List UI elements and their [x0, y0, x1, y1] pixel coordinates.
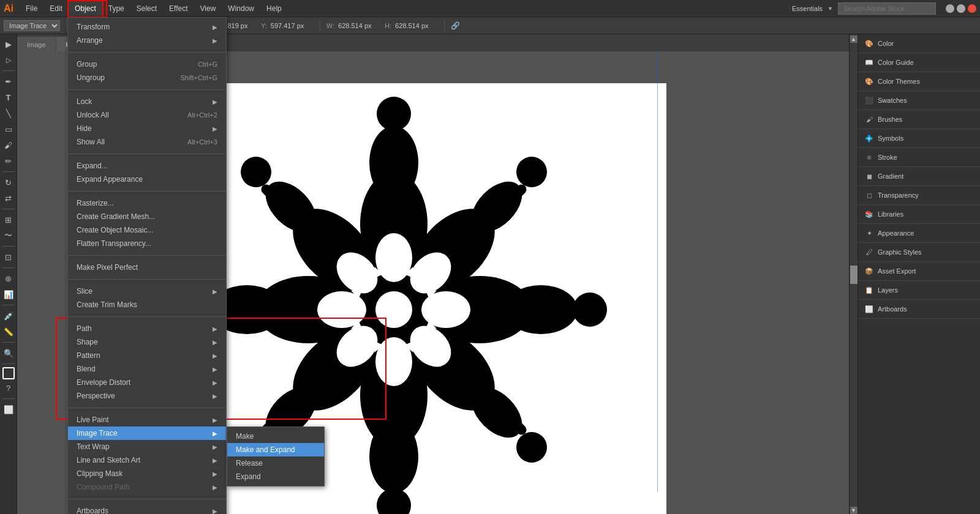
menu-compound-path[interactable]: Compound Path ▶: [68, 480, 226, 494]
submenu-make-and-expand[interactable]: Make and Expand: [227, 443, 324, 456]
menu-arrange[interactable]: Arrange ▶: [68, 34, 226, 47]
menu-type[interactable]: Type: [102, 0, 130, 17]
submenu-release[interactable]: Release: [227, 456, 324, 470]
menu-image-trace[interactable]: Image Trace ▶: [68, 426, 226, 440]
pen-tool[interactable]: ✒: [1, 74, 16, 89]
menu-expand-appearance[interactable]: Expand Appearance: [68, 173, 226, 186]
panel-stroke: ≡ Stroke: [858, 148, 980, 167]
panel-layers-header[interactable]: 📋 Layers: [858, 281, 980, 299]
color-panel-icon: 🎨: [864, 39, 874, 48]
menu-artboards[interactable]: Artboards ▶: [68, 504, 226, 514]
menu-file[interactable]: File: [20, 0, 43, 17]
brushes-icon: 🖌: [864, 114, 874, 124]
stock-search-input[interactable]: [838, 2, 936, 15]
image-trace-dropdown[interactable]: Image Trace: [4, 20, 60, 31]
menu-unlock-all[interactable]: Unlock All Alt+Ctrl+2: [68, 108, 226, 122]
free-transform-tool[interactable]: ⊡: [1, 250, 16, 264]
right-panel: 🎨 Color 📖 Color Guide 🎨 Color Themes ⬛ S…: [858, 34, 980, 514]
menu-shape[interactable]: Shape ▶: [68, 335, 226, 349]
panel-asset-export-header[interactable]: 📦 Asset Export: [858, 262, 980, 280]
panel-brushes-header[interactable]: 🖌 Brushes: [858, 110, 980, 128]
eyedropper-tool[interactable]: 💉: [1, 308, 16, 323]
panel-symbols-header[interactable]: 💠 Symbols: [858, 129, 980, 147]
warp-tool[interactable]: 〜: [1, 228, 16, 243]
panel-artboards-header[interactable]: ⬜ Artboards: [858, 300, 980, 318]
menu-window[interactable]: Window: [222, 0, 260, 17]
menu-create-trim-marks[interactable]: Create Trim Marks: [68, 298, 226, 311]
zoom-tool[interactable]: 🔍: [1, 346, 16, 360]
panel-stroke-header[interactable]: ≡ Stroke: [858, 148, 980, 166]
menu-clipping-mask[interactable]: Clipping Mask ▶: [68, 467, 226, 480]
submenu-make[interactable]: Make: [227, 430, 324, 443]
menu-bar: Ai File Edit Object Type Select Effect V…: [0, 0, 980, 17]
panel-gradient-header[interactable]: ◼ Gradient: [858, 167, 980, 185]
menu-slice[interactable]: Slice ▶: [68, 285, 226, 298]
menu-pattern[interactable]: Pattern ▶: [68, 349, 226, 362]
panel-color-themes-header[interactable]: 🎨 Color Themes: [858, 72, 980, 91]
color-guide-icon: 📖: [864, 58, 874, 67]
panel-transparency-header[interactable]: ◻ Transparency: [858, 186, 980, 204]
rectangle-tool[interactable]: ▭: [1, 122, 16, 136]
menu-expand[interactable]: Expand...: [68, 159, 226, 173]
pencil-tool[interactable]: ✏: [1, 154, 16, 168]
menu-effect[interactable]: Effect: [163, 0, 194, 17]
menu-help[interactable]: Help: [260, 0, 288, 17]
essentials-label[interactable]: Essentials: [792, 5, 823, 12]
menu-ungroup[interactable]: Ungroup Shift+Ctrl+G: [68, 71, 226, 84]
panel-brushes: 🖌 Brushes: [858, 110, 980, 129]
question-tool[interactable]: ?: [1, 381, 16, 395]
svg-point-34: [241, 157, 271, 187]
symbol-sprayer-tool[interactable]: ⊛: [1, 271, 16, 286]
menu-line-sketch-art[interactable]: Line and Sketch Art ▶: [68, 453, 226, 467]
menu-select[interactable]: Select: [130, 0, 163, 17]
canvas-scrollbar[interactable]: ▲ ▼: [849, 34, 858, 514]
direct-selection-tool[interactable]: ▷: [1, 53, 16, 67]
menu-edit[interactable]: Edit: [43, 0, 69, 17]
panel-appearance-header[interactable]: ✦ Appearance: [858, 224, 980, 242]
svg-point-26: [377, 97, 411, 131]
column-graph-tool[interactable]: 📊: [1, 287, 16, 302]
menu-create-gradient-mesh[interactable]: Create Gradient Mesh...: [68, 210, 226, 223]
panel-color-themes: 🎨 Color Themes: [858, 72, 980, 91]
panel-color-header[interactable]: 🎨 Color: [858, 34, 980, 53]
constrain-proportions-icon[interactable]: 🔗: [451, 21, 460, 30]
panel-swatches-header[interactable]: ⬛ Swatches: [858, 91, 980, 110]
maximize-button[interactable]: [957, 4, 965, 13]
menu-make-pixel-perfect[interactable]: Make Pixel Perfect: [68, 261, 226, 274]
menu-lock[interactable]: Lock ▶: [68, 95, 226, 108]
fill-color[interactable]: [2, 367, 15, 379]
scale-tool[interactable]: ⊞: [1, 212, 16, 227]
menu-live-paint[interactable]: Live Paint ▶: [68, 413, 226, 426]
menu-text-wrap[interactable]: Text Wrap ▶: [68, 440, 226, 453]
reflect-tool[interactable]: ⇄: [1, 191, 16, 206]
artboard-tool[interactable]: ⬜: [1, 402, 16, 417]
menu-envelope-distort[interactable]: Envelope Distort ▶: [68, 376, 226, 389]
close-button[interactable]: [968, 4, 976, 13]
line-tool[interactable]: ╲: [1, 106, 16, 121]
selection-tool[interactable]: ▶: [1, 37, 16, 51]
menu-view[interactable]: View: [194, 0, 222, 17]
panel-libraries-header[interactable]: 📚 Libraries: [858, 205, 980, 223]
menu-rasterize[interactable]: Rasterize...: [68, 196, 226, 210]
menu-perspective[interactable]: Perspective ▶: [68, 389, 226, 403]
menu-object[interactable]: Object: [69, 0, 102, 17]
w-label: W:: [326, 22, 334, 29]
menu-transform[interactable]: Transform ▶: [68, 20, 226, 34]
panel-graphic-styles-header[interactable]: 🖊 Graphic Styles: [858, 243, 980, 261]
tab-image[interactable]: Image: [17, 37, 56, 51]
paintbrush-tool[interactable]: 🖌: [1, 138, 16, 152]
measure-tool[interactable]: 📏: [1, 324, 16, 339]
menu-show-all[interactable]: Show All Alt+Ctrl+3: [68, 135, 226, 149]
menu-hide[interactable]: Hide ▶: [68, 122, 226, 135]
menu-path[interactable]: Path ▶: [68, 322, 226, 335]
rotate-tool[interactable]: ↻: [1, 175, 16, 190]
type-tool[interactable]: T: [1, 90, 16, 105]
menu-group[interactable]: Group Ctrl+G: [68, 58, 226, 71]
minimize-button[interactable]: [946, 4, 954, 13]
essentials-dropdown-icon[interactable]: ▼: [827, 6, 833, 12]
menu-blend[interactable]: Blend ▶: [68, 362, 226, 376]
submenu-expand[interactable]: Expand: [227, 470, 324, 483]
panel-color-guide-header[interactable]: 📖 Color Guide: [858, 53, 980, 72]
menu-create-object-mosaic[interactable]: Create Object Mosaic...: [68, 223, 226, 237]
menu-flatten-transparency[interactable]: Flatten Transparency...: [68, 237, 226, 250]
